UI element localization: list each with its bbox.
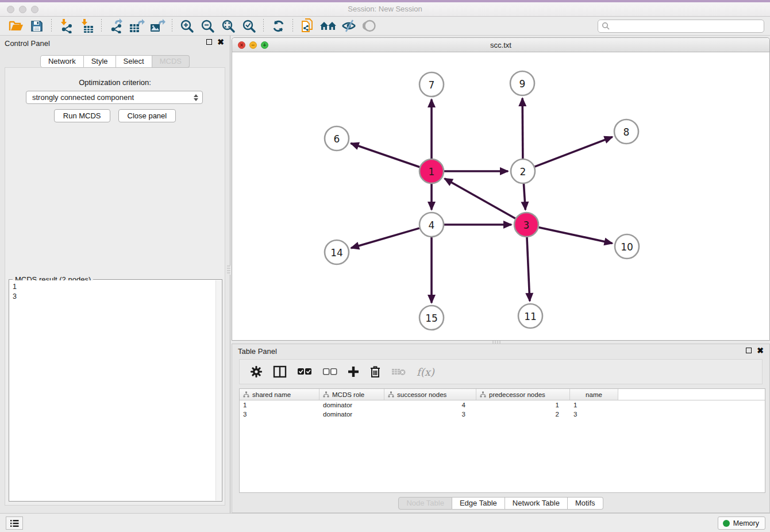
export-table-button[interactable] <box>128 18 145 34</box>
table-cell[interactable]: dominator <box>319 402 384 408</box>
graph-node-1[interactable]: 1 <box>419 159 444 183</box>
zoom-out-button[interactable] <box>199 18 216 34</box>
column-type-icon <box>388 391 394 398</box>
import-network-button[interactable] <box>57 18 75 34</box>
zoom-in-button[interactable] <box>178 18 195 34</box>
table-cell[interactable]: 3 <box>240 411 319 418</box>
first-neighbors-button[interactable] <box>319 18 337 34</box>
export-network-button[interactable] <box>107 18 125 34</box>
zoom-selected-button[interactable] <box>240 18 257 34</box>
table-cell[interactable]: 3 <box>570 411 618 418</box>
eye-disabled-icon <box>363 19 377 33</box>
graph-node-3[interactable]: 3 <box>514 213 538 237</box>
show-hide-graphics-button[interactable] <box>340 18 357 34</box>
toolbar-separator <box>172 19 172 33</box>
function-builder-button[interactable]: f(x) <box>417 366 434 378</box>
graph-node-4[interactable]: 4 <box>419 213 444 237</box>
table-tab-network-table[interactable]: Network Table <box>505 497 568 510</box>
node-table[interactable]: shared nameMCDS rolesuccessor nodesprede… <box>239 388 765 493</box>
table-cell[interactable]: dominator <box>319 411 384 418</box>
delete-columns-button[interactable] <box>369 365 381 378</box>
open-session-button[interactable] <box>7 18 25 34</box>
refresh-icon <box>271 19 286 33</box>
table-header-row: shared nameMCDS rolesuccessor nodesprede… <box>240 389 765 400</box>
column-header-MCDS-role[interactable]: MCDS role <box>319 389 384 400</box>
export-table-icon <box>129 18 145 33</box>
column-header-shared-name[interactable]: shared name <box>240 389 319 400</box>
control-tab-select[interactable]: Select <box>116 55 152 68</box>
network-window-titlebar: × − + scc.txt <box>232 38 769 52</box>
float-table-panel-icon[interactable] <box>746 348 752 353</box>
export-image-button[interactable] <box>149 18 166 34</box>
close-panel-button[interactable]: Close panel <box>118 109 176 122</box>
column-header-successor-nodes[interactable]: successor nodes <box>384 389 476 400</box>
svg-text:2: 2 <box>520 166 526 178</box>
level-of-detail-button[interactable] <box>361 18 378 34</box>
edge-3-11[interactable] <box>527 237 530 301</box>
control-tab-style[interactable]: Style <box>84 55 116 68</box>
status-bar: Memory <box>0 513 770 532</box>
graph-node-6[interactable]: 6 <box>325 126 349 151</box>
graph-node-15[interactable]: 15 <box>419 306 444 330</box>
format-columns-button[interactable] <box>273 365 287 378</box>
edge-4-14[interactable] <box>351 228 419 248</box>
table-tab-motifs[interactable]: Motifs <box>568 497 603 510</box>
control-tab-mcds[interactable]: MCDS <box>152 55 190 68</box>
svg-text:9: 9 <box>519 78 526 90</box>
vertical-splitter-handle[interactable] <box>227 265 230 275</box>
table-cell[interactable]: 1 <box>570 402 618 408</box>
search-input[interactable] <box>610 22 764 30</box>
save-session-button[interactable] <box>28 18 45 34</box>
change-table-mode-button[interactable] <box>250 365 263 378</box>
edge-1-6[interactable] <box>351 143 420 167</box>
close-panel-icon[interactable]: ✖ <box>217 39 224 45</box>
graph-node-9[interactable]: 9 <box>510 71 534 95</box>
graph-node-7[interactable]: 7 <box>419 72 444 97</box>
delete-table-button[interactable] <box>391 367 406 376</box>
edge-2-3[interactable] <box>523 184 525 210</box>
graph-node-8[interactable]: 8 <box>614 119 638 144</box>
table-row[interactable]: 3dominator323 <box>240 410 765 419</box>
deselect-all-button[interactable] <box>322 368 337 376</box>
svg-text:1: 1 <box>429 166 435 178</box>
float-panel-icon[interactable] <box>206 39 212 45</box>
graph-node-11[interactable]: 11 <box>518 304 542 328</box>
table-cell[interactable]: 1 <box>240 402 319 408</box>
optimization-criterion-select[interactable]: strongly connected component <box>26 91 203 104</box>
search-box[interactable] <box>598 20 764 33</box>
run-mcds-button[interactable]: Run MCDS <box>54 109 110 122</box>
column-header-predecessor-nodes[interactable]: predecessor nodes <box>476 389 570 400</box>
table-cell[interactable]: 3 <box>384 411 476 418</box>
edge-3-1[interactable] <box>445 179 515 218</box>
close-table-panel-icon[interactable]: ✖ <box>757 348 764 353</box>
edge-2-8[interactable] <box>535 137 613 167</box>
edge-2-9[interactable] <box>522 98 523 159</box>
edge-3-10[interactable] <box>538 228 612 244</box>
graph-node-10[interactable]: 10 <box>615 234 639 259</box>
network-graph[interactable]: 7968124314101511 <box>232 52 769 340</box>
create-column-button[interactable] <box>348 366 359 377</box>
result-scrollbar[interactable] <box>215 280 221 500</box>
table-tab-edge-table[interactable]: Edge Table <box>452 497 505 510</box>
table-tab-node-table[interactable]: Node Table <box>398 497 452 510</box>
network-window-title: scc.txt <box>232 41 769 49</box>
svg-text:15: 15 <box>425 313 438 324</box>
table-cell[interactable]: 1 <box>476 402 570 408</box>
column-header-name[interactable]: name <box>570 389 618 400</box>
import-table-button[interactable] <box>78 18 95 34</box>
table-row[interactable]: 1dominator411 <box>240 400 765 410</box>
table-cell[interactable]: 4 <box>384 402 476 408</box>
graph-node-2[interactable]: 2 <box>511 159 535 183</box>
zoom-fit-button[interactable] <box>220 18 237 34</box>
duplicate-network-button[interactable] <box>299 18 316 34</box>
graph-node-14[interactable]: 14 <box>325 240 349 264</box>
memory-button[interactable]: Memory <box>718 516 765 530</box>
select-all-button[interactable] <box>297 368 312 376</box>
network-canvas[interactable]: 7968124314101511 <box>232 52 769 340</box>
import-network-icon <box>59 18 74 33</box>
panel-list-button[interactable] <box>6 516 23 530</box>
control-tab-network[interactable]: Network <box>40 55 84 68</box>
search-icon <box>602 22 610 30</box>
refresh-layout-button[interactable] <box>270 18 287 34</box>
table-cell[interactable]: 2 <box>476 411 570 418</box>
